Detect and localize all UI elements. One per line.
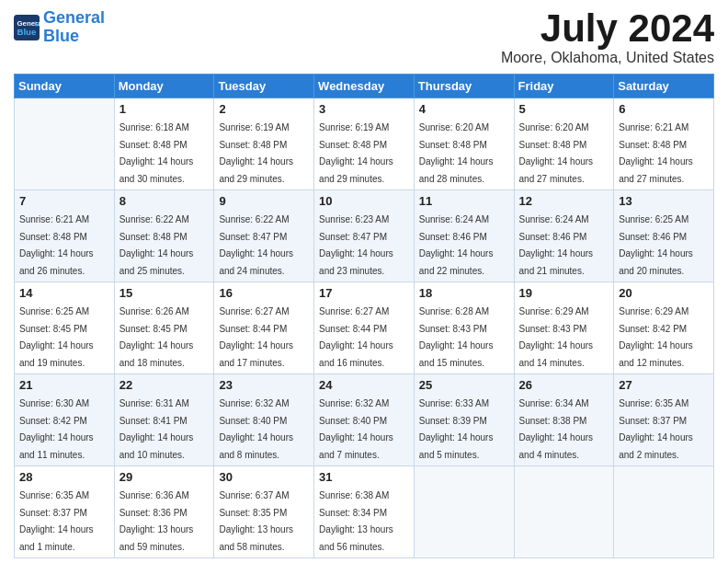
header-row: SundayMondayTuesdayWednesdayThursdayFrid… <box>15 75 714 98</box>
day-detail: Sunrise: 6:38 AMSunset: 8:34 PMDaylight:… <box>319 490 393 552</box>
day-detail: Sunrise: 6:23 AMSunset: 8:47 PMDaylight:… <box>319 214 393 276</box>
header-cell-friday: Friday <box>514 75 614 98</box>
day-number: 6 <box>619 102 709 116</box>
day-detail: Sunrise: 6:18 AMSunset: 8:48 PMDaylight:… <box>119 122 194 184</box>
day-cell: 12 Sunrise: 6:24 AMSunset: 8:46 PMDaylig… <box>514 190 614 282</box>
day-cell <box>15 98 115 190</box>
day-detail: Sunrise: 6:19 AMSunset: 8:48 PMDaylight:… <box>219 122 293 184</box>
logo-text: General Blue <box>43 9 105 46</box>
logo-icon: General Blue <box>14 15 40 40</box>
day-cell: 2 Sunrise: 6:19 AMSunset: 8:48 PMDayligh… <box>214 98 314 190</box>
day-detail: Sunrise: 6:29 AMSunset: 8:42 PMDaylight:… <box>619 306 693 368</box>
day-number: 4 <box>419 102 509 116</box>
day-number: 20 <box>619 286 709 300</box>
day-cell <box>414 466 514 558</box>
day-detail: Sunrise: 6:20 AMSunset: 8:48 PMDaylight:… <box>419 122 494 184</box>
header-cell-sunday: Sunday <box>15 75 115 98</box>
day-detail: Sunrise: 6:24 AMSunset: 8:46 PMDaylight:… <box>419 214 494 276</box>
day-number: 10 <box>319 194 409 208</box>
day-number: 17 <box>319 286 409 300</box>
day-number: 12 <box>519 194 609 208</box>
day-detail: Sunrise: 6:35 AMSunset: 8:37 PMDaylight:… <box>619 398 693 460</box>
day-cell: 28 Sunrise: 6:35 AMSunset: 8:37 PMDaylig… <box>15 466 115 558</box>
week-row-4: 21 Sunrise: 6:30 AMSunset: 8:42 PMDaylig… <box>15 374 714 466</box>
day-number: 29 <box>119 470 210 484</box>
day-cell: 10 Sunrise: 6:23 AMSunset: 8:47 PMDaylig… <box>314 190 415 282</box>
day-cell: 19 Sunrise: 6:29 AMSunset: 8:43 PMDaylig… <box>514 282 614 374</box>
day-cell: 14 Sunrise: 6:25 AMSunset: 8:45 PMDaylig… <box>15 282 115 374</box>
day-number: 22 <box>119 378 210 392</box>
day-cell: 11 Sunrise: 6:24 AMSunset: 8:46 PMDaylig… <box>414 190 514 282</box>
day-number: 9 <box>219 194 309 208</box>
day-cell: 15 Sunrise: 6:26 AMSunset: 8:45 PMDaylig… <box>114 282 214 374</box>
day-detail: Sunrise: 6:25 AMSunset: 8:46 PMDaylight:… <box>619 214 693 276</box>
day-cell: 18 Sunrise: 6:28 AMSunset: 8:43 PMDaylig… <box>414 282 514 374</box>
day-number: 23 <box>219 378 309 392</box>
day-detail: Sunrise: 6:22 AMSunset: 8:48 PMDaylight:… <box>119 214 194 276</box>
week-row-2: 7 Sunrise: 6:21 AMSunset: 8:48 PMDayligh… <box>15 190 714 282</box>
day-detail: Sunrise: 6:25 AMSunset: 8:45 PMDaylight:… <box>19 306 94 368</box>
day-detail: Sunrise: 6:29 AMSunset: 8:43 PMDaylight:… <box>519 306 594 368</box>
day-detail: Sunrise: 6:30 AMSunset: 8:42 PMDaylight:… <box>19 398 94 460</box>
day-cell: 5 Sunrise: 6:20 AMSunset: 8:48 PMDayligh… <box>514 98 614 190</box>
day-detail: Sunrise: 6:26 AMSunset: 8:45 PMDaylight:… <box>119 306 194 368</box>
day-number: 5 <box>519 102 609 116</box>
day-detail: Sunrise: 6:31 AMSunset: 8:41 PMDaylight:… <box>119 398 194 460</box>
day-number: 18 <box>419 286 509 300</box>
day-detail: Sunrise: 6:22 AMSunset: 8:47 PMDaylight:… <box>219 214 293 276</box>
week-row-5: 28 Sunrise: 6:35 AMSunset: 8:37 PMDaylig… <box>15 466 714 558</box>
day-cell: 21 Sunrise: 6:30 AMSunset: 8:42 PMDaylig… <box>15 374 115 466</box>
day-detail: Sunrise: 6:32 AMSunset: 8:40 PMDaylight:… <box>319 398 393 460</box>
day-cell: 7 Sunrise: 6:21 AMSunset: 8:48 PMDayligh… <box>15 190 115 282</box>
day-number: 2 <box>219 102 309 116</box>
day-cell: 13 Sunrise: 6:25 AMSunset: 8:46 PMDaylig… <box>614 190 714 282</box>
day-cell: 20 Sunrise: 6:29 AMSunset: 8:42 PMDaylig… <box>614 282 714 374</box>
day-cell: 24 Sunrise: 6:32 AMSunset: 8:40 PMDaylig… <box>314 374 415 466</box>
day-detail: Sunrise: 6:35 AMSunset: 8:37 PMDaylight:… <box>19 490 94 552</box>
day-cell <box>614 466 714 558</box>
day-cell: 17 Sunrise: 6:27 AMSunset: 8:44 PMDaylig… <box>314 282 415 374</box>
day-number: 8 <box>119 194 210 208</box>
day-number: 14 <box>19 286 109 300</box>
day-number: 3 <box>319 102 409 116</box>
day-cell: 27 Sunrise: 6:35 AMSunset: 8:37 PMDaylig… <box>614 374 714 466</box>
day-cell: 26 Sunrise: 6:34 AMSunset: 8:38 PMDaylig… <box>514 374 614 466</box>
day-number: 15 <box>119 286 210 300</box>
svg-text:Blue: Blue <box>17 27 37 37</box>
month-title: July 2024 <box>501 9 714 48</box>
day-cell: 6 Sunrise: 6:21 AMSunset: 8:48 PMDayligh… <box>614 98 714 190</box>
day-cell: 9 Sunrise: 6:22 AMSunset: 8:47 PMDayligh… <box>214 190 314 282</box>
day-number: 1 <box>119 102 210 116</box>
logo: General Blue General Blue <box>14 9 105 46</box>
day-number: 31 <box>319 470 409 484</box>
day-cell: 25 Sunrise: 6:33 AMSunset: 8:39 PMDaylig… <box>414 374 514 466</box>
day-number: 25 <box>419 378 509 392</box>
header-cell-saturday: Saturday <box>614 75 714 98</box>
day-detail: Sunrise: 6:32 AMSunset: 8:40 PMDaylight:… <box>219 398 293 460</box>
week-row-1: 1 Sunrise: 6:18 AMSunset: 8:48 PMDayligh… <box>15 98 714 190</box>
day-cell: 29 Sunrise: 6:36 AMSunset: 8:36 PMDaylig… <box>114 466 214 558</box>
day-cell: 22 Sunrise: 6:31 AMSunset: 8:41 PMDaylig… <box>114 374 214 466</box>
day-number: 21 <box>19 378 109 392</box>
day-detail: Sunrise: 6:21 AMSunset: 8:48 PMDaylight:… <box>19 214 94 276</box>
day-cell: 8 Sunrise: 6:22 AMSunset: 8:48 PMDayligh… <box>114 190 214 282</box>
day-number: 16 <box>219 286 309 300</box>
header-cell-monday: Monday <box>114 75 214 98</box>
logo-line2: Blue <box>43 27 79 45</box>
logo-line1: General <box>43 8 105 27</box>
day-number: 28 <box>19 470 109 484</box>
location: Moore, Oklahoma, United States <box>501 50 714 66</box>
page-header: General Blue General Blue July 2024 Moor… <box>14 9 714 66</box>
day-cell: 23 Sunrise: 6:32 AMSunset: 8:40 PMDaylig… <box>214 374 314 466</box>
day-number: 7 <box>19 194 109 208</box>
day-cell: 3 Sunrise: 6:19 AMSunset: 8:48 PMDayligh… <box>314 98 415 190</box>
day-number: 26 <box>519 378 609 392</box>
day-detail: Sunrise: 6:27 AMSunset: 8:44 PMDaylight:… <box>219 306 293 368</box>
day-cell: 16 Sunrise: 6:27 AMSunset: 8:44 PMDaylig… <box>214 282 314 374</box>
day-detail: Sunrise: 6:20 AMSunset: 8:48 PMDaylight:… <box>519 122 594 184</box>
day-cell: 1 Sunrise: 6:18 AMSunset: 8:48 PMDayligh… <box>114 98 214 190</box>
day-detail: Sunrise: 6:28 AMSunset: 8:43 PMDaylight:… <box>419 306 494 368</box>
day-number: 11 <box>419 194 509 208</box>
day-cell: 30 Sunrise: 6:37 AMSunset: 8:35 PMDaylig… <box>214 466 314 558</box>
day-cell: 4 Sunrise: 6:20 AMSunset: 8:48 PMDayligh… <box>414 98 514 190</box>
